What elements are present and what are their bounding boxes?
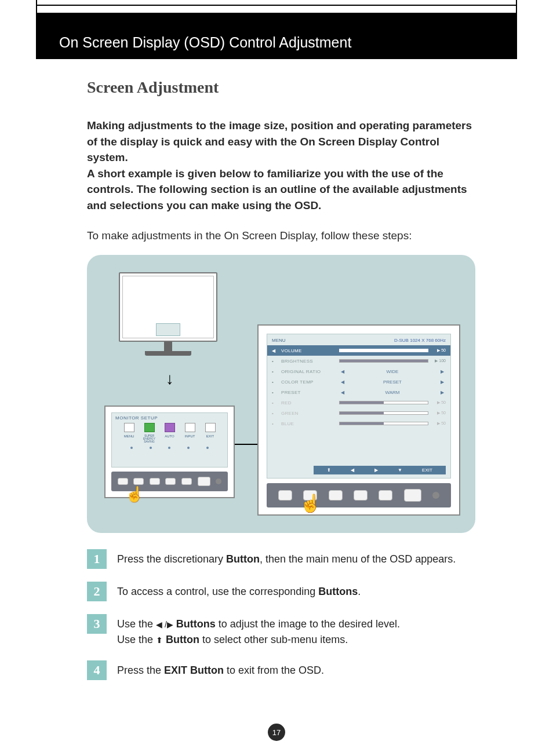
osd-nav-down-icon: ▼ — [398, 468, 402, 473]
setup-label: MENU — [122, 434, 137, 443]
osd-row-value: ▶ 50 — [431, 348, 446, 353]
page-content: Screen Adjustment Making adjustments to … — [87, 78, 481, 693]
osd-row-icon: • — [272, 369, 279, 374]
left-right-arrows-icon: ◀ /▶ — [156, 620, 173, 629]
page-frame-left — [36, 0, 37, 14]
osd-row-icon: • — [272, 421, 279, 426]
setup-icon-exit — [205, 423, 216, 432]
osd-row-value: ▶ 100 — [431, 359, 446, 363]
osd-row-icon: • — [272, 411, 279, 416]
osd-row-icon: • — [272, 379, 279, 385]
osd-row-icon: • — [272, 359, 279, 364]
osd-arrow-right-icon: ▶ — [439, 379, 446, 385]
setup-dot-row — [112, 447, 227, 449]
monitor-setup-panel: MONITOR SETUP MENU SUPER ENERGY SAVING A… — [104, 406, 235, 498]
intro-paragraph-bold: Making adjustments to the image size, po… — [87, 118, 481, 213]
step-number: 1 — [87, 549, 107, 569]
osd-nav-bar: ⬆ ◀ ▶ ▼ EXIT — [314, 466, 446, 474]
monitor-button — [165, 478, 176, 485]
osd-row: •RED▶ 50 — [267, 397, 450, 408]
osd-button — [278, 490, 292, 501]
page-number: 17 — [268, 724, 285, 741]
osd-row-value: ▶ 50 — [431, 400, 446, 405]
osd-row-icon: • — [272, 390, 279, 395]
osd-slider-bar — [339, 401, 428, 404]
osd-menu-inner: MENU D-SUB 1024 X 768 60Hz ◀VOLUME▶ 50•B… — [267, 334, 451, 479]
osd-arrow-left-icon: ◀ — [339, 379, 346, 385]
header-rule — [36, 5, 517, 6]
monitor-button — [133, 478, 144, 485]
osd-signal-text: D-SUB 1024 X 768 60Hz — [394, 338, 446, 343]
osd-row: ◀VOLUME▶ 50 — [267, 345, 450, 356]
setup-label: AUTO — [162, 434, 177, 443]
intro-paragraph: To make adjustments in the On Screen Dis… — [87, 229, 481, 242]
osd-button — [329, 490, 343, 501]
section-title: Screen Adjustment — [87, 78, 481, 97]
setup-icon-menu — [124, 423, 134, 432]
mini-osd-icon — [156, 323, 180, 336]
header-bar: On Screen Display (OSD) Control Adjustme… — [36, 13, 517, 59]
osd-button-bar — [267, 483, 451, 507]
osd-row-label: PRESET — [281, 390, 339, 395]
osd-row: •BLUE▶ 50 — [267, 418, 450, 429]
monitor-screen — [119, 272, 217, 342]
osd-row-label: COLOR TEMP — [281, 379, 339, 385]
monitor-thumbnail — [119, 272, 217, 356]
osd-menu-header: MENU D-SUB 1024 X 768 60Hz — [267, 334, 450, 345]
osd-menu-panel: MENU D-SUB 1024 X 768 60Hz ◀VOLUME▶ 50•B… — [257, 324, 460, 516]
osd-slider-bar — [339, 349, 428, 352]
monitor-button — [198, 477, 210, 486]
monitor-button — [181, 478, 192, 485]
osd-row: •GREEN▶ 50 — [267, 408, 450, 418]
steps-list: 1 Press the discretionary Button, then t… — [87, 549, 481, 680]
pointer-hand-icon: ☝ — [125, 485, 144, 503]
header-title: On Screen Display (OSD) Control Adjustme… — [59, 34, 351, 51]
step-text: Press the discretionary Button, then the… — [117, 549, 456, 569]
setup-icon-input — [185, 423, 195, 432]
step-item: 1 Press the discretionary Button, then t… — [87, 549, 481, 569]
osd-nav-left-icon: ◀ — [351, 468, 354, 473]
setup-icon-row — [112, 422, 227, 432]
osd-row: •BRIGHTNESS▶ 100 — [267, 356, 450, 366]
osd-row: •COLOR TEMP◀PRESET▶ — [267, 377, 450, 387]
osd-button — [404, 489, 421, 502]
monitor-base — [145, 351, 191, 356]
osd-slider-bar — [339, 411, 428, 415]
step-text: Press the EXIT Button to exit from the O… — [117, 660, 324, 680]
setup-icon-auto — [165, 423, 175, 432]
step-number: 2 — [87, 582, 107, 601]
pointer-hand-icon: ☝ — [300, 493, 321, 513]
osd-row-icon: • — [272, 400, 279, 406]
osd-rows-container: ◀VOLUME▶ 50•BRIGHTNESS▶ 100•ORIGINAL RAT… — [267, 345, 450, 429]
osd-row: •PRESET◀WARM▶ — [267, 387, 450, 397]
monitor-button — [150, 478, 160, 485]
osd-arrow-right-icon: ▶ — [439, 390, 446, 395]
osd-row: •ORIGINAL RATIO◀WIDE▶ — [267, 366, 450, 377]
osd-row-value: ▶ 50 — [431, 411, 446, 415]
osd-button — [354, 490, 368, 501]
osd-row-selection: WIDE — [346, 369, 439, 374]
osd-slider-bar — [339, 359, 428, 363]
step-text: Use the ◀ /▶ Buttons to adjust the image… — [117, 614, 400, 648]
osd-nav-up-icon: ⬆ — [327, 468, 331, 473]
monitor-button — [118, 478, 128, 485]
step-text: To access a control, use the correspondi… — [117, 582, 361, 601]
step-number: 4 — [87, 660, 107, 680]
monitor-stand — [164, 342, 172, 351]
setup-label-row: MENU SUPER ENERGY SAVING AUTO INPUT EXIT — [112, 434, 227, 443]
osd-row-value: ▶ 50 — [431, 421, 446, 426]
monitor-setup-title: MONITOR SETUP — [112, 413, 227, 422]
step-number: 3 — [87, 614, 107, 634]
page-frame-right — [516, 0, 517, 14]
osd-row-label: VOLUME — [281, 348, 339, 353]
osd-arrow-right-icon: ▶ — [439, 369, 446, 374]
osd-nav-exit: EXIT — [422, 468, 432, 473]
osd-row-label: BLUE — [281, 421, 339, 426]
osd-row-label: GREEN — [281, 411, 339, 416]
setup-label: SUPER ENERGY SAVING — [142, 434, 157, 443]
osd-arrow-left-icon: ◀ — [339, 369, 346, 374]
step-item: 2 To access a control, use the correspon… — [87, 582, 481, 601]
up-arrow-icon: ⬆ — [156, 636, 163, 645]
step-item: 3 Use the ◀ /▶ Buttons to adjust the ima… — [87, 614, 481, 648]
osd-slider-bar — [339, 422, 428, 425]
